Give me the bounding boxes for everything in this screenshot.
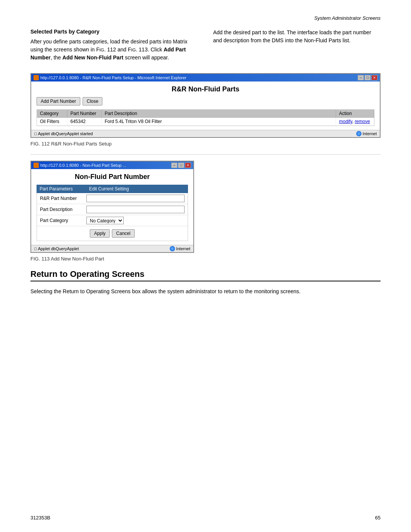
- remove-link[interactable]: remove: [355, 119, 370, 124]
- close-button[interactable]: ✕: [371, 75, 378, 80]
- form-row-description: Part Description: [37, 204, 188, 215]
- table-header-row: Category Part Number Part Description Ac…: [37, 110, 374, 118]
- left-body-text: After you define parts categories, load …: [30, 38, 198, 62]
- ie-icon-2: [33, 163, 39, 168]
- form-row-partnum: R&R Part Number: [37, 193, 188, 204]
- table-row: Oil Filters 645342 Ford 5.4L Triton V8 O…: [37, 118, 374, 126]
- input-description[interactable]: [86, 206, 185, 213]
- fig113-titlebar-text: http://127.0.0.1:8080 - Non-Fluid Part S…: [40, 163, 126, 168]
- apply-button[interactable]: Apply: [90, 229, 110, 238]
- fig113-browser-window: http://127.0.0.1:8080 - Non-Fluid Part S…: [30, 161, 194, 253]
- return-section-text: Selecting the Return to Operating Screen…: [30, 288, 381, 296]
- add-part-number-button[interactable]: Add Part Number: [37, 97, 80, 105]
- applet-icon: □: [34, 131, 37, 136]
- return-section-heading: Return to Operating Screens: [30, 269, 381, 281]
- select-category[interactable]: No Category: [86, 217, 124, 224]
- minimize-button[interactable]: –: [358, 75, 364, 80]
- parts-table: Category Part Number Part Description Ac…: [37, 109, 374, 126]
- col-header-category: Category: [37, 110, 67, 117]
- form-col-header-setting: Edit Current Setting: [86, 185, 188, 193]
- cell-partnum: 645342: [67, 118, 102, 125]
- fig112-browser-window: http://127.0.0.1:8080 - R&R Non-Fluid Pa…: [30, 73, 381, 138]
- window-controls: – □ ✕: [358, 75, 378, 80]
- fig112-titlebar: http://127.0.0.1:8080 - R&R Non-Fluid Pa…: [31, 74, 380, 81]
- cancel-button[interactable]: Cancel: [112, 229, 134, 238]
- col-header-action: Action: [336, 110, 374, 117]
- label-partnum: R&R Part Number: [37, 196, 86, 201]
- label-category: Part Category: [37, 218, 86, 223]
- col-header-description: Part Description: [102, 110, 336, 117]
- cell-description: Ford 5.4L Triton V8 Oil Filter: [102, 118, 336, 125]
- maximize-button[interactable]: □: [365, 75, 371, 80]
- minimize-button-2[interactable]: –: [171, 163, 177, 168]
- close-dialog-button[interactable]: Close: [83, 97, 103, 105]
- statusbar-right-text-2: Internet: [176, 246, 190, 251]
- fig112-titlebar-text: http://127.0.0.1:8080 - R&R Non-Fluid Pa…: [40, 75, 186, 80]
- input-partnum[interactable]: [86, 195, 185, 202]
- close-button-2[interactable]: ✕: [185, 163, 191, 168]
- statusbar-left-text-2: Applet dbQueryApplet: [38, 246, 79, 251]
- page-footer: 312353B 65: [30, 515, 381, 521]
- form-row-category: Part Category No Category: [37, 215, 188, 226]
- statusbar-left-text: Applet dbQueryApplet started: [38, 131, 93, 136]
- window-controls-2: – □ ✕: [171, 163, 191, 168]
- form-buttons: Apply Cancel: [37, 226, 188, 241]
- form-col-header-params: Part Parameters: [37, 185, 86, 193]
- right-body-text: Add the desired part to the list. The in…: [213, 29, 381, 45]
- fig113-caption: FIG. 113 Add New Non-Fluid Part: [30, 256, 381, 262]
- fig112-caption: FIG. 112 R&R Non-Fluid Parts Setup: [30, 141, 381, 147]
- fig113-statusbar: □ Applet dbQueryApplet Internet: [31, 245, 193, 252]
- footer-right: 65: [375, 515, 381, 521]
- col-header-partnum: Part Number: [67, 110, 102, 117]
- section-title: System Administrator Screens: [30, 15, 381, 21]
- form-table-header: Part Parameters Edit Current Setting: [37, 185, 188, 193]
- label-description: Part Description: [37, 207, 86, 212]
- fig113-titlebar: http://127.0.0.1:8080 - Non-Fluid Part S…: [31, 161, 193, 169]
- applet-icon-2: □: [34, 246, 37, 251]
- fig112-toolbar: Add Part Number Close: [37, 97, 374, 105]
- modify-link[interactable]: modify: [339, 119, 352, 124]
- globe-icon: [356, 131, 362, 136]
- cell-category: Oil Filters: [37, 118, 67, 125]
- globe-icon-2: [170, 246, 175, 251]
- selected-parts-heading: Selected Parts by Category: [30, 29, 198, 35]
- cell-action: modify, remove: [336, 118, 374, 125]
- maximize-button-2[interactable]: □: [178, 163, 184, 168]
- fig112-statusbar: □ Applet dbQueryApplet started Internet: [31, 130, 380, 137]
- statusbar-right-text: Internet: [363, 131, 377, 136]
- footer-left: 312353B: [30, 515, 50, 521]
- fig113-main-heading: Non-Fluid Part Number: [37, 173, 188, 181]
- ie-icon: [33, 75, 39, 80]
- fig112-main-heading: R&R Non-Fluid Parts: [37, 85, 374, 93]
